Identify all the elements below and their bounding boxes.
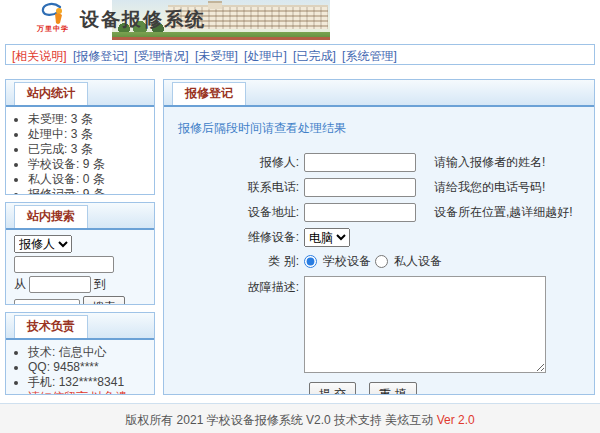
device-label: 维修设备: xyxy=(174,229,304,246)
address-input[interactable] xyxy=(304,203,416,222)
category-radio-school[interactable] xyxy=(304,255,317,268)
reporter-label: 报修人: xyxy=(174,154,304,171)
phone-input[interactable] xyxy=(304,178,416,197)
stat-item-unaccepted: 未受理: 3 条 xyxy=(28,113,148,125)
main-panel: 报修登记 报修后隔段时间请查看处理结果 报修人: 请输入报修者的姓名! 联系电话… xyxy=(163,79,595,395)
search-from-label: 从 xyxy=(14,276,26,293)
address-row: 设备地址: 设备所在位置,越详细越好! xyxy=(174,203,594,222)
tech-panel-header: 技术负责 xyxy=(6,313,154,340)
submit-button[interactable]: 提 交 xyxy=(309,382,356,395)
tech-item-qq: QQ: 9458**** xyxy=(28,361,148,373)
version-text: Ver 2.0 xyxy=(437,413,475,427)
school-logo-icon xyxy=(26,2,80,25)
address-hint: 设备所在位置,越详细越好! xyxy=(434,204,573,221)
description-row: 故障描述: xyxy=(174,276,594,373)
stat-item-school-devices: 学校设备: 9 条 xyxy=(28,158,148,170)
nav-item-unaccepted[interactable]: [未受理] xyxy=(195,49,238,63)
tech-panel-body: 技术: 信息中心 QQ: 9458**** 手机: 132****8341 请短… xyxy=(6,340,154,395)
phone-label: 联系电话: xyxy=(174,179,304,196)
stat-item-private-devices: 私人设备: 0 条 xyxy=(28,173,148,185)
sidebar: 站内统计 未受理: 3 条 处理中: 3 条 已完成: 3 条 学校设备: 9 … xyxy=(5,79,155,395)
main-panel-title: 报修登记 xyxy=(172,82,246,105)
category-label: 类 别: xyxy=(174,253,304,270)
search-date-from-input[interactable] xyxy=(29,276,91,293)
tech-item-warning: 请短信留言,以免遗忘。 xyxy=(28,391,148,395)
tech-item-phone: 手机: 132****8341 xyxy=(28,376,148,388)
reporter-row: 报修人: 请输入报修者的姓名! xyxy=(174,153,594,172)
search-to-label: 到 xyxy=(94,276,106,293)
stats-panel-body: 未受理: 3 条 处理中: 3 条 已完成: 3 条 学校设备: 9 条 私人设… xyxy=(6,107,154,195)
photo-track xyxy=(112,37,330,40)
stats-panel-header: 站内统计 xyxy=(6,80,154,107)
category-option-private: 私人设备 xyxy=(394,253,442,270)
stat-item-repair-records: 报修记录: 9 条 xyxy=(28,188,148,195)
main-nav: [相关说明] [报修登记] [受理情况] [未受理] [处理中] [已完成] [… xyxy=(5,44,595,65)
copyright-text: 版权所有 2021 学校设备报修系统 V2.0 技术支持 美炫互动 xyxy=(125,413,433,427)
stat-item-in-progress: 处理中: 3 条 xyxy=(28,128,148,140)
photo-tower xyxy=(208,1,222,9)
category-radio-private[interactable] xyxy=(375,255,388,268)
search-button[interactable]: 搜索 xyxy=(83,296,125,305)
search-keyword-input[interactable] xyxy=(14,256,114,273)
nav-item-in-progress[interactable]: [处理中] xyxy=(244,49,287,63)
form-actions: 提 交 重 填 xyxy=(309,382,594,395)
repair-notice-text: 报修后隔段时间请查看处理结果 xyxy=(178,120,594,137)
device-select[interactable]: 电脑 xyxy=(304,228,350,247)
category-option-school: 学校设备 xyxy=(323,253,371,270)
tech-item-department: 技术: 信息中心 xyxy=(28,346,148,358)
tech-panel-title: 技术负责 xyxy=(14,315,88,338)
nav-item-repair-register[interactable]: [报修登记] xyxy=(73,49,128,63)
reporter-hint: 请输入报修者的姓名! xyxy=(434,154,545,171)
search-panel-body: 报修人 从 到 搜索 xyxy=(6,230,154,305)
category-row: 类 别: 学校设备 私人设备 xyxy=(174,253,594,270)
app-logo: 万里中学 xyxy=(26,2,80,33)
device-row: 维修设备: 电脑 xyxy=(174,228,594,247)
stat-item-completed: 已完成: 3 条 xyxy=(28,143,148,155)
search-field-select[interactable]: 报修人 xyxy=(14,235,72,253)
phone-hint: 请给我您的电话号码! xyxy=(434,179,545,196)
nav-item-completed[interactable]: [已完成] xyxy=(293,49,336,63)
nav-item-instructions[interactable]: [相关说明] xyxy=(12,49,67,63)
description-label: 故障描述: xyxy=(174,276,304,296)
page: 万里中学 设备报修系统 [相关说明] [报修登记] [受理情况] [未受理] [… xyxy=(0,0,600,433)
reporter-input[interactable] xyxy=(304,153,416,172)
reset-button[interactable]: 重 填 xyxy=(369,382,416,395)
content-area: 站内统计 未受理: 3 条 处理中: 3 条 已完成: 3 条 学校设备: 9 … xyxy=(0,79,600,395)
search-panel: 站内搜索 报修人 从 到 xyxy=(5,202,155,305)
footer: 版权所有 2021 学校设备报修系统 V2.0 技术支持 美炫互动 Ver 2.… xyxy=(0,403,600,433)
school-logo-text: 万里中学 xyxy=(26,25,80,33)
nav-item-acceptance-status[interactable]: [受理情况] xyxy=(134,49,189,63)
repair-form: 报修后隔段时间请查看处理结果 报修人: 请输入报修者的姓名! 联系电话: 请给我… xyxy=(164,107,594,395)
main-panel-header: 报修登记 xyxy=(164,80,594,107)
description-textarea[interactable] xyxy=(304,276,546,373)
page-title: 设备报修系统 xyxy=(80,7,206,33)
stats-panel: 站内统计 未受理: 3 条 处理中: 3 条 已完成: 3 条 学校设备: 9 … xyxy=(5,79,155,195)
search-date-to-input[interactable] xyxy=(14,299,80,305)
stats-panel-title: 站内统计 xyxy=(14,82,88,105)
tech-support-panel: 技术负责 技术: 信息中心 QQ: 9458**** 手机: 132****83… xyxy=(5,312,155,395)
nav-item-system-admin[interactable]: [系统管理] xyxy=(342,49,397,63)
app-header: 万里中学 设备报修系统 xyxy=(0,0,600,40)
phone-row: 联系电话: 请给我您的电话号码! xyxy=(174,178,594,197)
address-label: 设备地址: xyxy=(174,204,304,221)
search-panel-title: 站内搜索 xyxy=(14,205,88,228)
search-panel-header: 站内搜索 xyxy=(6,203,154,230)
